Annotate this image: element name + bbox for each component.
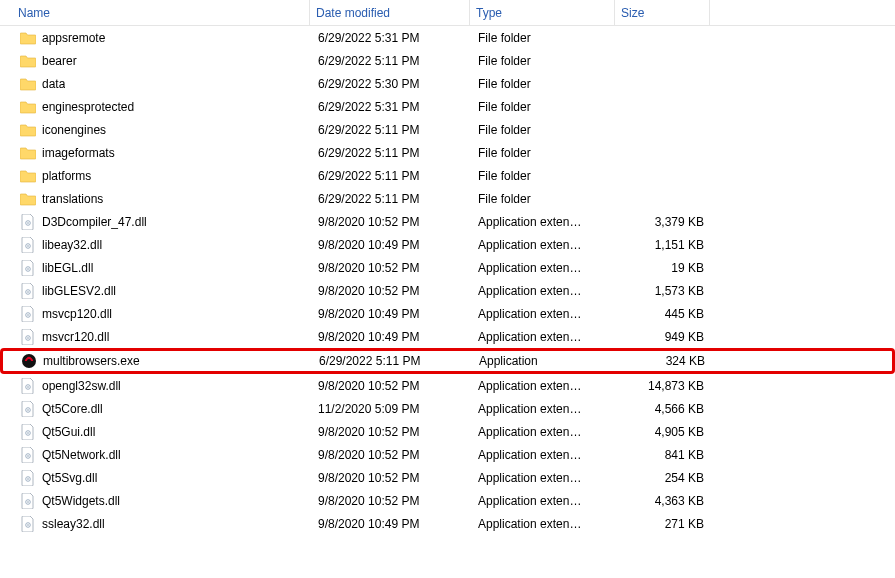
dll-file-icon bbox=[20, 470, 36, 486]
file-row[interactable]: Qt5Core.dll11/2/2020 5:09 PMApplication … bbox=[0, 397, 895, 420]
dll-file-icon bbox=[20, 237, 36, 253]
file-name: libEGL.dll bbox=[42, 261, 93, 275]
file-row[interactable]: opengl32sw.dll9/8/2020 10:52 PMApplicati… bbox=[0, 374, 895, 397]
file-name: D3Dcompiler_47.dll bbox=[42, 215, 147, 229]
cell-size: 324 KB bbox=[618, 354, 713, 368]
cell-type: Application exten… bbox=[472, 494, 617, 508]
column-header-size[interactable]: Size bbox=[615, 0, 710, 25]
cell-type: File folder bbox=[472, 192, 617, 206]
cell-type: File folder bbox=[472, 100, 617, 114]
file-row[interactable]: Qt5Network.dll9/8/2020 10:52 PMApplicati… bbox=[0, 443, 895, 466]
file-name: data bbox=[42, 77, 65, 91]
folder-icon bbox=[20, 99, 36, 115]
file-row[interactable]: ssleay32.dll9/8/2020 10:49 PMApplication… bbox=[0, 512, 895, 535]
file-name: Qt5Core.dll bbox=[42, 402, 103, 416]
file-row[interactable]: D3Dcompiler_47.dll9/8/2020 10:52 PMAppli… bbox=[0, 210, 895, 233]
cell-type: Application exten… bbox=[472, 307, 617, 321]
file-row[interactable]: multibrowsers.exe6/29/2022 5:11 PMApplic… bbox=[0, 348, 895, 374]
file-row[interactable]: Qt5Gui.dll9/8/2020 10:52 PMApplication e… bbox=[0, 420, 895, 443]
cell-size: 4,566 KB bbox=[617, 402, 712, 416]
svg-point-15 bbox=[27, 409, 29, 411]
column-header-row: Name Date modified Type Size bbox=[0, 0, 895, 26]
cell-date: 11/2/2020 5:09 PM bbox=[312, 402, 472, 416]
cell-size: 14,873 KB bbox=[617, 379, 712, 393]
file-row[interactable]: libGLESV2.dll9/8/2020 10:52 PMApplicatio… bbox=[0, 279, 895, 302]
file-name: translations bbox=[42, 192, 103, 206]
cell-date: 6/29/2022 5:31 PM bbox=[312, 100, 472, 114]
svg-point-23 bbox=[27, 501, 29, 503]
svg-point-17 bbox=[27, 432, 29, 434]
file-row[interactable]: msvcr120.dll9/8/2020 10:49 PMApplication… bbox=[0, 325, 895, 348]
file-row[interactable]: iconengines6/29/2022 5:11 PMFile folder bbox=[0, 118, 895, 141]
cell-date: 6/29/2022 5:11 PM bbox=[312, 123, 472, 137]
cell-type: Application exten… bbox=[472, 330, 617, 344]
cell-size: 254 KB bbox=[617, 471, 712, 485]
cell-name: appsremote bbox=[2, 30, 312, 46]
file-name: libeay32.dll bbox=[42, 238, 102, 252]
cell-name: Qt5Gui.dll bbox=[2, 424, 312, 440]
cell-name: msvcp120.dll bbox=[2, 306, 312, 322]
cell-name: opengl32sw.dll bbox=[2, 378, 312, 394]
dll-file-icon bbox=[20, 283, 36, 299]
file-row[interactable]: bearer6/29/2022 5:11 PMFile folder bbox=[0, 49, 895, 72]
file-row[interactable]: platforms6/29/2022 5:11 PMFile folder bbox=[0, 164, 895, 187]
column-header-type[interactable]: Type bbox=[470, 0, 615, 25]
file-name: opengl32sw.dll bbox=[42, 379, 121, 393]
cell-type: File folder bbox=[472, 77, 617, 91]
cell-type: Application exten… bbox=[472, 471, 617, 485]
file-row[interactable]: data6/29/2022 5:30 PMFile folder bbox=[0, 72, 895, 95]
cell-name: D3Dcompiler_47.dll bbox=[2, 214, 312, 230]
cell-name: ssleay32.dll bbox=[2, 516, 312, 532]
file-row[interactable]: imageformats6/29/2022 5:11 PMFile folder bbox=[0, 141, 895, 164]
dll-file-icon bbox=[20, 329, 36, 345]
cell-type: Application exten… bbox=[472, 284, 617, 298]
cell-name: libEGL.dll bbox=[2, 260, 312, 276]
dll-file-icon bbox=[20, 401, 36, 417]
cell-type: File folder bbox=[472, 54, 617, 68]
cell-name: bearer bbox=[2, 53, 312, 69]
cell-type: File folder bbox=[472, 169, 617, 183]
file-name: Qt5Widgets.dll bbox=[42, 494, 120, 508]
cell-name: platforms bbox=[2, 168, 312, 184]
cell-type: Application bbox=[473, 354, 618, 368]
cell-size: 445 KB bbox=[617, 307, 712, 321]
cell-date: 9/8/2020 10:52 PM bbox=[312, 494, 472, 508]
cell-type: Application exten… bbox=[472, 261, 617, 275]
cell-type: Application exten… bbox=[472, 402, 617, 416]
svg-point-1 bbox=[27, 222, 29, 224]
column-header-date[interactable]: Date modified bbox=[310, 0, 470, 25]
file-name: Qt5Network.dll bbox=[42, 448, 121, 462]
cell-name: iconengines bbox=[2, 122, 312, 138]
cell-name: Qt5Svg.dll bbox=[2, 470, 312, 486]
file-row[interactable]: libeay32.dll9/8/2020 10:49 PMApplication… bbox=[0, 233, 895, 256]
cell-type: Application exten… bbox=[472, 448, 617, 462]
file-row[interactable]: Qt5Widgets.dll9/8/2020 10:52 PMApplicati… bbox=[0, 489, 895, 512]
cell-date: 9/8/2020 10:52 PM bbox=[312, 215, 472, 229]
cell-date: 6/29/2022 5:11 PM bbox=[312, 192, 472, 206]
dll-file-icon bbox=[20, 516, 36, 532]
cell-date: 9/8/2020 10:49 PM bbox=[312, 330, 472, 344]
file-name: appsremote bbox=[42, 31, 105, 45]
svg-point-25 bbox=[27, 524, 29, 526]
cell-type: File folder bbox=[472, 146, 617, 160]
dll-file-icon bbox=[20, 424, 36, 440]
dll-file-icon bbox=[20, 214, 36, 230]
file-row[interactable]: appsremote6/29/2022 5:31 PMFile folder bbox=[0, 26, 895, 49]
svg-point-11 bbox=[27, 337, 29, 339]
file-row[interactable]: enginesprotected6/29/2022 5:31 PMFile fo… bbox=[0, 95, 895, 118]
cell-date: 6/29/2022 5:30 PM bbox=[312, 77, 472, 91]
file-name: platforms bbox=[42, 169, 91, 183]
column-header-name[interactable]: Name bbox=[0, 0, 310, 25]
file-row[interactable]: msvcp120.dll9/8/2020 10:49 PMApplication… bbox=[0, 302, 895, 325]
cell-date: 9/8/2020 10:49 PM bbox=[312, 517, 472, 531]
file-row[interactable]: translations6/29/2022 5:11 PMFile folder bbox=[0, 187, 895, 210]
svg-point-13 bbox=[27, 386, 29, 388]
cell-type: File folder bbox=[472, 123, 617, 137]
file-name: iconengines bbox=[42, 123, 106, 137]
file-row[interactable]: libEGL.dll9/8/2020 10:52 PMApplication e… bbox=[0, 256, 895, 279]
cell-name: enginesprotected bbox=[2, 99, 312, 115]
file-name: msvcr120.dll bbox=[42, 330, 109, 344]
file-name: msvcp120.dll bbox=[42, 307, 112, 321]
file-row[interactable]: Qt5Svg.dll9/8/2020 10:52 PMApplication e… bbox=[0, 466, 895, 489]
svg-point-19 bbox=[27, 455, 29, 457]
